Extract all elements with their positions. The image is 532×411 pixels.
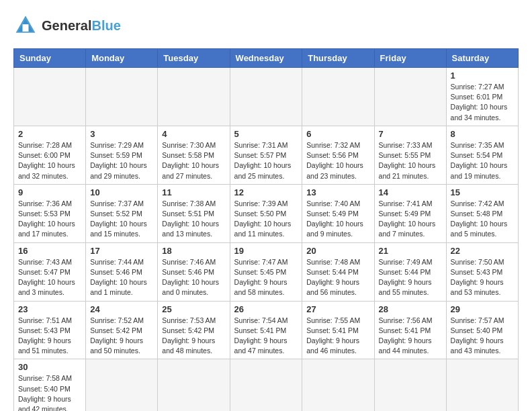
calendar-cell: 19Sunrise: 7:47 AM Sunset: 5:45 PM Dayli…	[230, 242, 302, 301]
weekday-header: Sunday	[14, 49, 86, 68]
day-info: Sunrise: 7:28 AM Sunset: 6:00 PM Dayligh…	[18, 140, 81, 181]
day-number: 13	[306, 187, 369, 197]
day-number: 27	[306, 304, 369, 314]
calendar-cell: 11Sunrise: 7:38 AM Sunset: 5:51 PM Dayli…	[158, 184, 230, 242]
calendar-cell: 17Sunrise: 7:44 AM Sunset: 5:46 PM Dayli…	[86, 242, 158, 301]
calendar-cell: 25Sunrise: 7:53 AM Sunset: 5:42 PM Dayli…	[158, 301, 230, 359]
calendar-cell: 9Sunrise: 7:36 AM Sunset: 5:53 PM Daylig…	[14, 184, 86, 242]
day-number: 18	[162, 246, 225, 256]
day-info: Sunrise: 7:58 AM Sunset: 5:40 PM Dayligh…	[18, 373, 81, 411]
page: GeneralBlue SundayMondayTuesdayWednesday…	[0, 0, 532, 411]
calendar-cell	[86, 359, 158, 411]
calendar-cell	[14, 68, 86, 126]
logo-text: GeneralBlue	[42, 18, 121, 34]
day-info: Sunrise: 7:39 AM Sunset: 5:50 PM Dayligh…	[234, 199, 298, 240]
calendar-cell: 28Sunrise: 7:56 AM Sunset: 5:41 PM Dayli…	[374, 301, 446, 359]
calendar-cell	[446, 359, 518, 411]
day-number: 16	[18, 246, 81, 256]
day-number: 17	[90, 246, 153, 256]
calendar-cell: 22Sunrise: 7:50 AM Sunset: 5:43 PM Dayli…	[446, 242, 518, 301]
day-info: Sunrise: 7:46 AM Sunset: 5:46 PM Dayligh…	[162, 257, 225, 298]
weekday-header: Monday	[86, 49, 158, 68]
day-info: Sunrise: 7:37 AM Sunset: 5:52 PM Dayligh…	[90, 199, 153, 240]
day-info: Sunrise: 7:54 AM Sunset: 5:41 PM Dayligh…	[234, 316, 298, 357]
calendar-cell: 16Sunrise: 7:43 AM Sunset: 5:47 PM Dayli…	[14, 242, 86, 301]
day-info: Sunrise: 7:51 AM Sunset: 5:43 PM Dayligh…	[18, 316, 81, 357]
weekday-header: Thursday	[302, 49, 374, 68]
calendar-cell: 10Sunrise: 7:37 AM Sunset: 5:52 PM Dayli…	[86, 184, 158, 242]
day-info: Sunrise: 7:30 AM Sunset: 5:58 PM Dayligh…	[162, 140, 225, 181]
day-number: 19	[234, 246, 298, 256]
day-info: Sunrise: 7:31 AM Sunset: 5:57 PM Dayligh…	[234, 140, 298, 181]
calendar-cell	[230, 359, 302, 411]
calendar-week-row: 2Sunrise: 7:28 AM Sunset: 6:00 PM Daylig…	[14, 126, 519, 184]
calendar-cell	[230, 68, 302, 126]
calendar-cell	[158, 68, 230, 126]
calendar-cell: 12Sunrise: 7:39 AM Sunset: 5:50 PM Dayli…	[230, 184, 302, 242]
calendar-cell: 21Sunrise: 7:49 AM Sunset: 5:44 PM Dayli…	[374, 242, 446, 301]
calendar-cell: 23Sunrise: 7:51 AM Sunset: 5:43 PM Dayli…	[14, 301, 86, 359]
day-number: 6	[306, 129, 369, 139]
calendar-cell: 5Sunrise: 7:31 AM Sunset: 5:57 PM Daylig…	[230, 126, 302, 184]
day-info: Sunrise: 7:47 AM Sunset: 5:45 PM Dayligh…	[234, 257, 298, 298]
day-info: Sunrise: 7:49 AM Sunset: 5:44 PM Dayligh…	[379, 257, 442, 298]
calendar-cell	[374, 68, 446, 126]
day-number: 26	[234, 304, 298, 314]
day-number: 8	[451, 129, 514, 139]
day-number: 21	[379, 246, 442, 256]
day-info: Sunrise: 7:42 AM Sunset: 5:48 PM Dayligh…	[451, 199, 514, 240]
calendar-cell: 20Sunrise: 7:48 AM Sunset: 5:44 PM Dayli…	[302, 242, 374, 301]
day-number: 11	[162, 187, 225, 197]
day-info: Sunrise: 7:44 AM Sunset: 5:46 PM Dayligh…	[90, 257, 153, 298]
day-info: Sunrise: 7:55 AM Sunset: 5:41 PM Dayligh…	[306, 316, 369, 357]
day-info: Sunrise: 7:50 AM Sunset: 5:43 PM Dayligh…	[451, 257, 514, 298]
calendar-cell	[302, 359, 374, 411]
calendar-cell	[302, 68, 374, 126]
day-number: 14	[379, 187, 442, 197]
calendar-cell: 30Sunrise: 7:58 AM Sunset: 5:40 PM Dayli…	[14, 359, 86, 411]
day-info: Sunrise: 7:36 AM Sunset: 5:53 PM Dayligh…	[18, 199, 81, 240]
calendar-cell: 1Sunrise: 7:27 AM Sunset: 6:01 PM Daylig…	[446, 68, 518, 126]
day-info: Sunrise: 7:33 AM Sunset: 5:55 PM Dayligh…	[379, 140, 442, 181]
day-number: 9	[18, 187, 81, 197]
calendar-cell: 7Sunrise: 7:33 AM Sunset: 5:55 PM Daylig…	[374, 126, 446, 184]
day-number: 25	[162, 304, 225, 314]
day-info: Sunrise: 7:38 AM Sunset: 5:51 PM Dayligh…	[162, 199, 225, 240]
day-number: 7	[379, 129, 442, 139]
weekday-header: Tuesday	[158, 49, 230, 68]
svg-rect-2	[23, 24, 29, 32]
calendar-week-row: 9Sunrise: 7:36 AM Sunset: 5:53 PM Daylig…	[14, 184, 519, 242]
day-info: Sunrise: 7:56 AM Sunset: 5:41 PM Dayligh…	[379, 316, 442, 357]
day-info: Sunrise: 7:32 AM Sunset: 5:56 PM Dayligh…	[306, 140, 369, 181]
calendar-week-row: 30Sunrise: 7:58 AM Sunset: 5:40 PM Dayli…	[14, 359, 519, 411]
weekday-header-row: SundayMondayTuesdayWednesdayThursdayFrid…	[14, 49, 519, 68]
day-number: 2	[18, 129, 81, 139]
calendar-cell: 2Sunrise: 7:28 AM Sunset: 6:00 PM Daylig…	[14, 126, 86, 184]
day-number: 5	[234, 129, 298, 139]
calendar-cell	[158, 359, 230, 411]
day-number: 4	[162, 129, 225, 139]
calendar-cell: 27Sunrise: 7:55 AM Sunset: 5:41 PM Dayli…	[302, 301, 374, 359]
day-number: 29	[451, 304, 514, 314]
calendar-cell	[86, 68, 158, 126]
day-number: 10	[90, 187, 153, 197]
calendar-week-row: 23Sunrise: 7:51 AM Sunset: 5:43 PM Dayli…	[14, 301, 519, 359]
day-info: Sunrise: 7:40 AM Sunset: 5:49 PM Dayligh…	[306, 199, 369, 240]
calendar-cell: 6Sunrise: 7:32 AM Sunset: 5:56 PM Daylig…	[302, 126, 374, 184]
header: GeneralBlue	[13, 13, 519, 38]
calendar-cell: 3Sunrise: 7:29 AM Sunset: 5:59 PM Daylig…	[86, 126, 158, 184]
day-info: Sunrise: 7:53 AM Sunset: 5:42 PM Dayligh…	[162, 316, 225, 357]
day-number: 28	[379, 304, 442, 314]
calendar-table: SundayMondayTuesdayWednesdayThursdayFrid…	[13, 48, 519, 411]
weekday-header: Saturday	[446, 49, 518, 68]
day-info: Sunrise: 7:27 AM Sunset: 6:01 PM Dayligh…	[451, 82, 514, 123]
day-info: Sunrise: 7:52 AM Sunset: 5:42 PM Dayligh…	[90, 316, 153, 357]
calendar-week-row: 1Sunrise: 7:27 AM Sunset: 6:01 PM Daylig…	[14, 68, 519, 126]
day-number: 20	[306, 246, 369, 256]
day-info: Sunrise: 7:48 AM Sunset: 5:44 PM Dayligh…	[306, 257, 369, 298]
calendar-cell: 24Sunrise: 7:52 AM Sunset: 5:42 PM Dayli…	[86, 301, 158, 359]
day-number: 12	[234, 187, 298, 197]
weekday-header: Friday	[374, 49, 446, 68]
day-number: 3	[90, 129, 153, 139]
calendar-cell	[374, 359, 446, 411]
